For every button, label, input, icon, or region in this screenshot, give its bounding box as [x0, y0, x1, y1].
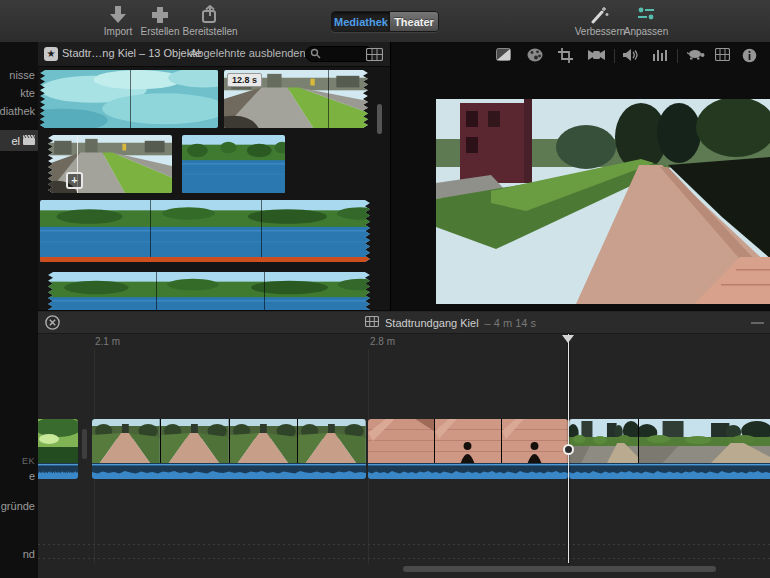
volume-icon[interactable] [622, 48, 640, 64]
tab-theater[interactable]: Theater [390, 12, 438, 31]
sidebar-item-transitions[interactable]: e [29, 470, 35, 482]
search-icon [310, 45, 321, 63]
project-title: Stadtrundgang Kiel [385, 317, 479, 329]
frame-divider [261, 200, 262, 262]
project-filmstrip-icon [365, 316, 379, 329]
sidebar-item-label: nisse [9, 69, 35, 81]
stabilization-camera-icon[interactable] [587, 48, 605, 64]
favorite-star-icon: ★ [44, 47, 58, 61]
clip-thumbnails [92, 419, 366, 463]
browser-clip-street-2[interactable]: + [48, 135, 172, 193]
share-button[interactable]: Bereitstellen [182, 5, 238, 37]
browser-header: ★ Stadtr…ng Kiel – 13 Objekte Abgelehnte… [38, 42, 390, 67]
sliders-icon [622, 5, 670, 25]
import-button[interactable]: Import [98, 5, 138, 37]
timeline-guide-dashed-line [38, 544, 770, 545]
create-button[interactable]: Erstellen [138, 5, 182, 37]
import-arrow-icon [98, 5, 138, 25]
tab-mediathek-label: Mediathek [334, 16, 388, 28]
toolbar-separator [614, 49, 615, 63]
speed-turtle-icon[interactable] [687, 48, 705, 64]
enhance-label: Verbessern [575, 26, 626, 37]
sidebar-item-backgrounds[interactable]: gründe [1, 500, 35, 512]
sidebar-item-projects[interactable]: kte [20, 87, 35, 99]
timeline-clip-brick[interactable] [368, 419, 568, 479]
clip-thumbnails [368, 419, 568, 463]
browser-clip-lake-filmstrip[interactable] [40, 200, 370, 262]
sidebar-item-garageband[interactable]: nd [23, 548, 35, 560]
timeline-header: Stadtrundgang Kiel – 4 m 14 s [38, 312, 770, 334]
frame-divider [130, 70, 131, 128]
viewer-panel [390, 42, 770, 310]
viewer-toolbar [391, 46, 770, 66]
toolbar-separator [677, 49, 678, 63]
timeline-settings-dash [751, 322, 764, 324]
frame-divider [328, 70, 329, 128]
filter-label: Abgelehnte ausblenden [190, 47, 306, 59]
timeline-horizontal-scrollbar[interactable] [403, 566, 716, 572]
transition-handle[interactable] [82, 429, 87, 459]
browser-clip-lake[interactable] [182, 135, 285, 193]
browser-title: Stadtr…ng Kiel – 13 Objekte [62, 47, 201, 59]
color-correction-icon[interactable] [527, 48, 545, 64]
timeline-clip-street[interactable] [569, 419, 770, 479]
sidebar-section-header-content-library: EK [22, 456, 35, 466]
clip-thumbnails [38, 419, 78, 463]
effects-filter-icon[interactable] [715, 48, 733, 64]
video-preview [436, 99, 770, 304]
add-to-timeline-button[interactable]: + [66, 172, 83, 189]
ruler-mark[interactable]: 2.8 m [370, 336, 395, 347]
info-icon[interactable] [742, 48, 760, 64]
audio-waveform [92, 463, 366, 479]
sidebar-item-label: gründe [1, 500, 35, 512]
clip-duration-badge: 12.8 s [227, 73, 262, 87]
libraries-sidebar: nisse kte ediathek el EK e gründe nd [0, 42, 39, 578]
sidebar-item-label: nd [23, 548, 35, 560]
project-duration: – 4 m 14 s [485, 317, 536, 329]
tab-mediathek[interactable]: Mediathek [332, 12, 390, 31]
audio-waveform [38, 463, 78, 479]
playhead-edit-point[interactable] [563, 444, 574, 455]
timeline-clip-park[interactable] [38, 419, 78, 479]
sidebar-item-label: ediathek [0, 105, 35, 117]
import-label: Import [104, 26, 132, 37]
search-field[interactable] [305, 46, 373, 62]
sidebar-item-label: e [29, 470, 35, 482]
event-browser: ★ Stadtr…ng Kiel – 13 Objekte Abgelehnte… [38, 42, 390, 310]
crop-icon[interactable] [558, 48, 576, 64]
adjust-label: Anpassen [624, 26, 668, 37]
timeline-clip-path[interactable] [92, 419, 366, 479]
sidebar-item-library[interactable]: ediathek [0, 105, 35, 117]
timeline-panel: Stadtrundgang Kiel – 4 m 14 s 2.1 m 2.8 … [38, 310, 770, 578]
frame-divider [150, 200, 151, 262]
sidebar-item-selected-event[interactable]: el [0, 130, 38, 151]
share-label: Bereitstellen [182, 26, 237, 37]
adjust-button[interactable]: Anpassen [622, 5, 670, 37]
imovie-window: Import Erstellen Bereitstellen Mediathek… [0, 0, 770, 578]
search-input[interactable] [321, 49, 365, 60]
browser-clip-clouds[interactable] [40, 70, 218, 128]
close-project-button[interactable] [45, 315, 60, 330]
plus-icon [138, 5, 182, 25]
ruler-mark[interactable]: 2.1 m [95, 336, 120, 347]
timeline-title-group: Stadtrundgang Kiel – 4 m 14 s [365, 316, 536, 329]
video-frame-scene [436, 99, 770, 304]
filmstrip-view-icon[interactable] [366, 47, 383, 65]
audio-waveform [569, 463, 770, 479]
browser-clip-street[interactable]: 12.8 s [224, 70, 368, 128]
share-icon [182, 5, 238, 25]
audio-levels-icon[interactable] [652, 48, 670, 64]
main-toolbar: Import Erstellen Bereitstellen Mediathek… [0, 0, 770, 43]
clip-thumbnails [569, 419, 770, 463]
filter-dropdown[interactable]: Abgelehnte ausblenden [190, 47, 317, 59]
playhead-handle[interactable] [562, 335, 574, 343]
sidebar-item-label: kte [20, 87, 35, 99]
enhance-button[interactable]: Verbessern [570, 5, 630, 37]
audio-waveform [368, 463, 568, 479]
browser-scrollbar[interactable] [377, 104, 382, 134]
clapperboard-icon [23, 135, 35, 147]
magic-wand-icon [570, 5, 630, 25]
color-balance-icon[interactable] [496, 48, 514, 64]
sidebar-item-events[interactable]: nisse [9, 69, 35, 81]
view-switcher: Mediathek Theater [331, 11, 439, 32]
